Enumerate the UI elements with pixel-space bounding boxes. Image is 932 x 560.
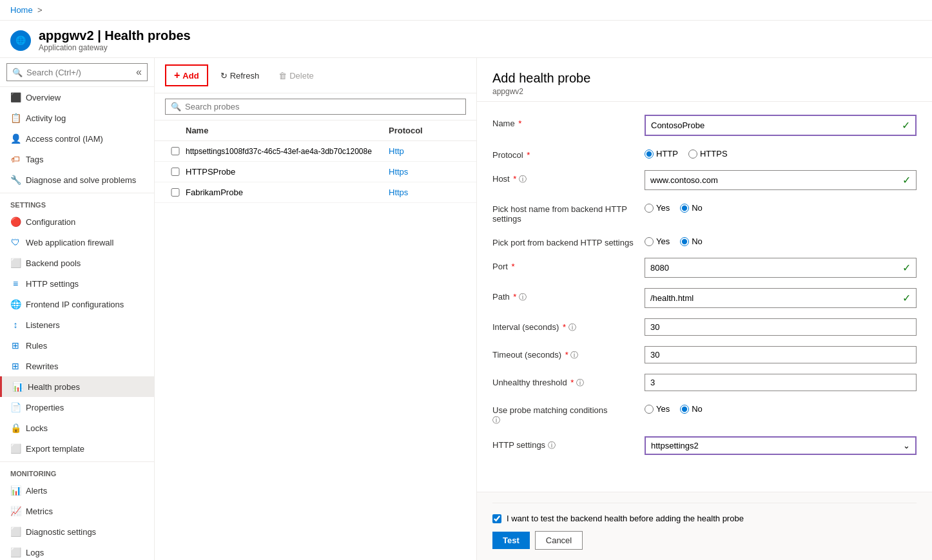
sidebar-item-rewrites[interactable]: ⊞ Rewrites xyxy=(0,356,154,376)
sidebar-item-frontend-ip[interactable]: 🌐 Frontend IP configurations xyxy=(0,294,154,314)
pick-host-yes-option[interactable]: Yes xyxy=(645,203,670,213)
unhealthy-input-box[interactable] xyxy=(645,374,917,391)
search-probes-input[interactable] xyxy=(185,102,460,111)
host-input-box[interactable]: ✓ xyxy=(645,170,917,190)
pick-port-no-option[interactable]: No xyxy=(680,237,703,246)
search-icon: 🔍 xyxy=(12,68,23,77)
row-checkbox[interactable] xyxy=(165,168,186,176)
table-row[interactable]: HTTPSProbe Https xyxy=(155,162,476,182)
sidebar-item-locks[interactable]: 🔒 Locks xyxy=(0,418,154,438)
pick-host-yes-radio[interactable] xyxy=(645,204,654,213)
sidebar-item-logs[interactable]: ⬜ Logs xyxy=(0,542,154,560)
unhealthy-info-icon[interactable]: ⓘ xyxy=(576,378,584,387)
interval-input-box[interactable] xyxy=(645,318,917,336)
sidebar-item-properties[interactable]: 📄 Properties xyxy=(0,397,154,418)
protocol-https-option[interactable]: HTTPS xyxy=(688,149,728,159)
pick-host-radio-group: Yes No xyxy=(645,200,917,213)
http-settings-control: httpsettings2 ⌄ xyxy=(645,436,917,455)
sidebar-item-listeners[interactable]: ↕ Listeners xyxy=(0,314,154,335)
probe-matching-no-radio[interactable] xyxy=(680,405,689,414)
pick-port-yes-option[interactable]: Yes xyxy=(645,237,670,246)
export-template-icon: ⬜ xyxy=(10,443,21,454)
sidebar-item-http-settings[interactable]: ≡ HTTP settings xyxy=(0,273,154,294)
sidebar-item-metrics[interactable]: 📈 Metrics xyxy=(0,501,154,521)
sidebar-item-alerts[interactable]: 📊 Alerts xyxy=(0,480,154,501)
frontend-ip-icon: 🌐 xyxy=(10,299,21,309)
host-input[interactable] xyxy=(650,175,902,185)
pick-host-no-option[interactable]: No xyxy=(680,203,703,213)
chevron-down-icon: ⌄ xyxy=(903,441,910,450)
sidebar-item-diagnose[interactable]: 🔧 Diagnose and solve problems xyxy=(0,169,154,190)
cancel-button[interactable]: Cancel xyxy=(535,531,583,550)
add-button[interactable]: + Add xyxy=(165,64,208,86)
timeout-info-icon[interactable]: ⓘ xyxy=(570,351,578,360)
sidebar-search-box[interactable]: 🔍 « xyxy=(6,63,148,81)
protocol-http-radio[interactable] xyxy=(645,150,654,159)
sidebar-item-rules[interactable]: ⊞ Rules xyxy=(0,335,154,356)
probe-matching-yes-option[interactable]: Yes xyxy=(645,404,670,414)
search-probes-box[interactable]: 🔍 xyxy=(165,99,466,115)
form-footer: I want to test the backend health before… xyxy=(477,492,932,560)
sidebar-item-export-template[interactable]: ⬜ Export template xyxy=(0,438,154,459)
sidebar-item-backend-pools[interactable]: ⬜ Backend pools xyxy=(0,253,154,273)
port-input[interactable] xyxy=(650,263,902,273)
name-row: Name * ✓ xyxy=(492,115,917,136)
sidebar-item-tags[interactable]: 🏷 Tags xyxy=(0,149,154,169)
protocol-http-option[interactable]: HTTP xyxy=(645,149,678,159)
sidebar-item-activity-log[interactable]: 📋 Activity log xyxy=(0,108,154,128)
test-checkbox[interactable] xyxy=(492,514,501,523)
sidebar-item-diagnostic-settings[interactable]: ⬜ Diagnostic settings xyxy=(0,521,154,542)
collapse-icon[interactable]: « xyxy=(136,66,142,78)
sidebar-item-overview[interactable]: ⬛ Overview xyxy=(0,87,154,108)
refresh-button[interactable]: ↻ Refresh xyxy=(213,66,267,85)
host-info-icon[interactable]: ⓘ xyxy=(519,175,527,184)
name-input[interactable] xyxy=(651,121,902,130)
sidebar-item-label: Backend pools xyxy=(26,258,81,268)
pick-host-control: Yes No xyxy=(645,200,917,213)
delete-button[interactable]: 🗑 Delete xyxy=(271,66,321,85)
port-input-box[interactable]: ✓ xyxy=(645,258,917,278)
probe-matching-no-label: No xyxy=(692,404,703,414)
probe-matching-yes-radio[interactable] xyxy=(645,405,654,414)
settings-section-header: Settings xyxy=(0,193,154,211)
logs-icon: ⬜ xyxy=(10,547,21,557)
row-checkbox[interactable] xyxy=(165,147,186,155)
path-input-box[interactable]: ✓ xyxy=(645,288,917,308)
timeout-input-box[interactable] xyxy=(645,346,917,363)
unhealthy-input[interactable] xyxy=(650,378,911,387)
refresh-icon: ↻ xyxy=(220,71,228,81)
name-input-box[interactable]: ✓ xyxy=(645,115,917,136)
protocol-https-radio[interactable] xyxy=(688,150,697,159)
pick-port-no-radio[interactable] xyxy=(680,237,689,246)
row-checkbox[interactable] xyxy=(165,188,186,197)
pick-host-no-radio[interactable] xyxy=(680,204,689,213)
port-control: ✓ xyxy=(645,258,917,278)
probe-matching-info-icon[interactable]: ⓘ xyxy=(492,416,500,425)
probe-matching-no-option[interactable]: No xyxy=(680,404,703,414)
port-label: Port * xyxy=(492,258,634,271)
table-row[interactable]: httpsettings1008fd37c-46c5-43ef-ae4a-3db… xyxy=(155,141,476,162)
timeout-input[interactable] xyxy=(650,350,911,360)
probe-matching-label: Use probe matching conditions ⓘ xyxy=(492,401,634,426)
sidebar-search-container: 🔍 « xyxy=(0,58,154,87)
interval-input[interactable] xyxy=(650,322,911,332)
host-label: Host * ⓘ xyxy=(492,170,634,185)
search-input[interactable] xyxy=(26,68,132,77)
protocol-control: HTTP HTTPS xyxy=(645,146,917,159)
path-input[interactable] xyxy=(650,293,902,303)
breadcrumb-home[interactable]: Home xyxy=(10,5,33,15)
sidebar-item-label: Logs xyxy=(26,548,44,557)
http-settings-select[interactable]: httpsettings2 ⌄ xyxy=(645,436,917,455)
http-settings-info-icon[interactable]: ⓘ xyxy=(548,441,556,450)
interval-info-icon[interactable]: ⓘ xyxy=(568,323,576,332)
iam-icon: 👤 xyxy=(10,133,21,144)
overview-icon: ⬛ xyxy=(10,92,21,102)
test-button[interactable]: Test xyxy=(492,532,530,549)
table-row[interactable]: FabrikamProbe Https xyxy=(155,182,476,203)
sidebar-item-configuration[interactable]: 🔴 Configuration xyxy=(0,211,154,232)
sidebar-item-access-control[interactable]: 👤 Access control (IAM) xyxy=(0,128,154,149)
path-info-icon[interactable]: ⓘ xyxy=(519,293,527,302)
sidebar-item-health-probes[interactable]: 📊 Health probes xyxy=(0,376,154,397)
sidebar-item-waf[interactable]: 🛡 Web application firewall xyxy=(0,232,154,253)
pick-port-yes-radio[interactable] xyxy=(645,237,654,246)
